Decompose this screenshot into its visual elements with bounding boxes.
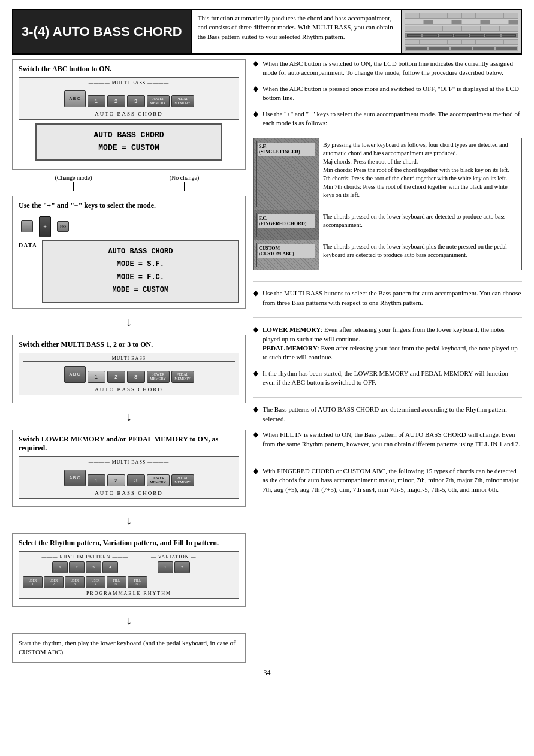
arrow4: ↓ xyxy=(12,613,246,627)
step4-box: Switch LOWER MEMORY and/or PEDAL MEMORY … xyxy=(12,430,246,507)
lcd-line1: AUTO BASS CHORD xyxy=(44,129,215,142)
mb3-button[interactable]: 3 xyxy=(127,95,145,107)
diamond6: ◆ xyxy=(253,368,259,388)
step3-buttons: A B C 1 2 3 LOWERMEMORY xyxy=(23,364,235,385)
mode-line4: MODE = CUSTOM xyxy=(50,284,231,297)
diamond9: ◆ xyxy=(253,466,259,494)
plus-key-area: + xyxy=(39,216,51,237)
step1-box: Switch the ABC button to ON. ———— MULTI … xyxy=(12,59,246,170)
mode-line2: MODE = S.F. xyxy=(50,258,231,271)
step4-heading: Switch LOWER MEMORY and/or PEDAL MEMORY … xyxy=(19,435,239,453)
data-section: DATA AUTO BASS CHORD MODE = S.F. MODE = … xyxy=(19,240,239,303)
nochange-branch: (No change) xyxy=(129,174,240,191)
bullet7-text: The Bass patterns of AUTO BASS CHORD are… xyxy=(263,405,522,424)
main-content: Switch the ABC button to ON. ———— MULTI … xyxy=(12,59,522,663)
fillin1-button[interactable]: FILLIN 1 xyxy=(107,576,126,588)
multi-bass-label3: ———— MULTI BASS ———— xyxy=(23,459,235,465)
divider4 xyxy=(253,459,522,459)
diamond8: ◆ xyxy=(253,430,259,449)
branch-line-right xyxy=(184,182,185,191)
plus-button[interactable]: + xyxy=(39,216,51,237)
abc-button2[interactable]: A B C xyxy=(64,366,86,383)
bullet4-text: Use the MULTI BASS buttons to select the… xyxy=(263,289,522,307)
pedal-memory-button[interactable]: PEDALMEMORY xyxy=(171,95,194,107)
user3-button[interactable]: USER3 xyxy=(65,576,85,588)
var1-button[interactable]: 1 xyxy=(158,561,173,573)
minus-button[interactable]: − xyxy=(21,220,33,232)
abc-button3[interactable]: A B C xyxy=(64,470,86,486)
bullet5-text: LOWER MEMORY: Even after releasing your … xyxy=(263,325,522,362)
step4-buttons: A B C 1 2 3 LOWERMEMORY xyxy=(23,467,235,489)
mode-table: S.F.(SINGLE FINGER) By pressing the lowe… xyxy=(253,138,522,270)
pedal-mem-btn3-unit: PEDALMEMORY xyxy=(171,474,194,486)
mb1-button3[interactable]: 1 xyxy=(88,474,105,486)
keys-diagram: − + NO xyxy=(19,214,239,240)
nochange-label: (No change) xyxy=(170,174,200,181)
fc-description: The chords pressed on the lower keyboard… xyxy=(319,210,522,240)
mb2-button2[interactable]: 2 xyxy=(107,371,125,383)
rp1-button[interactable]: 1 xyxy=(52,561,68,573)
lcd-display-1: AUTO BASS CHORD MODE = CUSTOM xyxy=(35,123,223,161)
diamond7: ◆ xyxy=(253,404,259,424)
lower-memory-button3[interactable]: LOWERMEMORY xyxy=(147,474,170,486)
mb3-btn2-unit: 3 xyxy=(127,371,145,383)
sf-row: S.F.(SINGLE FINGER) By pressing the lowe… xyxy=(254,138,522,210)
step2-heading: Use the "+" and "−" keys to select the m… xyxy=(19,201,239,210)
mb2-button3[interactable]: 2 xyxy=(107,474,125,486)
mb3-button3[interactable]: 3 xyxy=(127,474,145,486)
header-section: 3-(4) AUTO BASS CHORD This function auto… xyxy=(12,9,522,55)
bullet3: ◆ Use the "+" and "−" keys to select the… xyxy=(253,110,522,128)
abc-button[interactable]: A B C xyxy=(64,90,86,107)
user1-button[interactable]: USER1 xyxy=(23,576,43,588)
bullet8: ◆ When FILL IN is switched to ON, the Ba… xyxy=(253,430,522,449)
step5-heading: Select the Rhythm pattern, Variation pat… xyxy=(19,539,239,548)
mode-line3: MODE = F.C. xyxy=(50,271,231,285)
rp4-button[interactable]: 4 xyxy=(102,561,118,573)
mb3-btn3-unit: 3 xyxy=(127,474,145,486)
bullet5: ◆ LOWER MEMORY: Even after releasing you… xyxy=(253,325,522,362)
arrow2: ↓ xyxy=(12,409,246,424)
user2-button[interactable]: USER2 xyxy=(44,576,64,588)
lower-memory-button[interactable]: LOWERMEMORY xyxy=(147,95,170,107)
mb2-button[interactable]: 2 xyxy=(107,95,125,107)
rp2-button[interactable]: 2 xyxy=(69,561,85,573)
pedal-memory-button2[interactable]: PEDALMEMORY xyxy=(171,371,194,383)
step6-box: Start the rhythm, then play the lower ke… xyxy=(12,633,246,663)
branch-section: (Change mode) (No change) xyxy=(12,174,246,191)
auto-bass-chord-label3: AUTO BASS CHORD xyxy=(23,386,235,392)
rhythm-pattern-section: ——— RHYTHM PATTERN ——— 1 2 3 4 USER1 USE… xyxy=(23,554,147,588)
page-number: 34 xyxy=(12,669,522,678)
mb1-button[interactable]: 1 xyxy=(88,95,105,107)
lower-memory-bold: LOWER MEMORY xyxy=(263,326,321,333)
lower-memory-button2[interactable]: LOWERMEMORY xyxy=(147,371,170,383)
bullet3-text: Use the "+" and "−" keys to select the a… xyxy=(263,110,522,128)
mb3-button2[interactable]: 3 xyxy=(127,371,145,383)
data-label: DATA xyxy=(19,240,37,249)
multi-bass-buttons: A B C 1 2 3 LOWERMEMORY xyxy=(23,88,235,110)
divider3 xyxy=(253,397,522,398)
bullet2: ◆ When the ABC button is pressed once mo… xyxy=(253,84,522,103)
lower-mem-btn-unit: LOWERMEMORY xyxy=(147,95,170,107)
variation-section: — VARIATION — 1 2 xyxy=(151,554,196,589)
mb2-btn2-unit: 2 xyxy=(107,371,125,383)
fillin2-button[interactable]: FILLIN 2 xyxy=(128,576,147,588)
divider1 xyxy=(253,281,522,282)
rhythm-sections: ——— RHYTHM PATTERN ——— 1 2 3 4 USER1 USE… xyxy=(23,554,235,589)
no-button[interactable]: NO xyxy=(57,221,69,232)
modes-display: AUTO BASS CHORD MODE = S.F. MODE = F.C. … xyxy=(42,240,239,303)
mb1-button2[interactable]: 1 xyxy=(88,371,105,383)
fc-image-cell: F.C.(FINGERED CHORD) xyxy=(254,210,319,240)
variation-label: — VARIATION — xyxy=(151,554,196,560)
pedal-memory-button3[interactable]: PEDALMEMORY xyxy=(171,474,194,486)
step3-diagram: ———— MULTI BASS ———— A B C 1 2 3 xyxy=(19,353,239,395)
rp3-button[interactable]: 3 xyxy=(86,561,101,573)
var2-button[interactable]: 2 xyxy=(174,561,190,573)
rhythm-diagram: ——— RHYTHM PATTERN ——— 1 2 3 4 USER1 USE… xyxy=(19,551,239,599)
user4-button[interactable]: USER4 xyxy=(86,576,105,588)
header-title-box: 3-(4) AUTO BASS CHORD xyxy=(13,10,191,53)
abc-btn2-unit: A B C xyxy=(64,366,86,383)
minus-key-area: − xyxy=(21,220,33,232)
diamond5: ◆ xyxy=(253,325,259,362)
diamond2: ◆ xyxy=(253,84,259,103)
mb1-btn-unit: 1 xyxy=(88,95,105,107)
